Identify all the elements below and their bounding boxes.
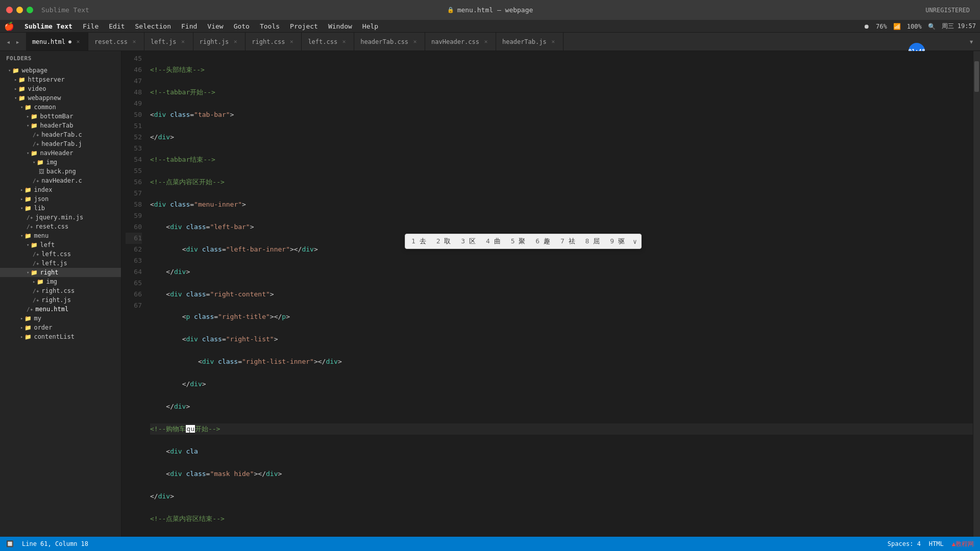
sidebar-item-headertab-js[interactable]: /✦ headerTab.j bbox=[0, 139, 121, 148]
line-col-indicator[interactable]: Line 61, Column 18 bbox=[22, 540, 88, 547]
nav-forward[interactable]: ▸ bbox=[13, 37, 21, 47]
menu-view[interactable]: View bbox=[203, 21, 227, 31]
sidebar-item-left-css[interactable]: /✦ left.css bbox=[0, 249, 121, 259]
tab-close-button[interactable]: ✕ bbox=[550, 38, 557, 45]
ime-candidate-4[interactable]: 4 曲 bbox=[484, 236, 503, 247]
sidebar-item-right[interactable]: ▾ 📁 right bbox=[0, 268, 121, 277]
tab-label: right.js bbox=[200, 38, 229, 45]
code-content[interactable]: <!--头部结束--> <!--tabbar开始--> <div class="… bbox=[146, 51, 973, 537]
tab-close-button[interactable]: ✕ bbox=[75, 38, 82, 45]
language-indicator[interactable]: HTML bbox=[929, 540, 944, 547]
ime-candidate-2[interactable]: 2 取 bbox=[434, 236, 453, 247]
menu-goto[interactable]: Goto bbox=[230, 21, 254, 31]
sidebar-item-menu-html[interactable]: /✦ menu.html bbox=[0, 305, 121, 314]
sidebar-item-right-img[interactable]: ▸ 📁 img bbox=[0, 277, 121, 286]
minimize-button[interactable] bbox=[16, 7, 23, 13]
spaces-indicator[interactable]: Spaces: 4 bbox=[888, 540, 921, 547]
ime-candidate-1[interactable]: 1 去 bbox=[409, 236, 428, 247]
tab-close-button[interactable]: ✕ bbox=[131, 38, 138, 45]
menu-help[interactable]: Help bbox=[358, 21, 382, 31]
menu-find[interactable]: Find bbox=[177, 21, 201, 31]
window-title: 🔒 menu.html — webpage bbox=[447, 6, 533, 14]
sidebar-item-right-css[interactable]: /✦ right.css bbox=[0, 286, 121, 295]
sidebar-item-video[interactable]: ▸ 📁 video bbox=[0, 84, 121, 93]
sidebar-item-my[interactable]: ▸ 📁 my bbox=[0, 314, 121, 323]
sidebar-item-reset-css[interactable]: /✦ reset.css bbox=[0, 222, 121, 231]
sidebar-item-right-js[interactable]: /✦ right.js bbox=[0, 295, 121, 305]
code-line-57: <div class="right-list"> bbox=[150, 334, 973, 345]
search-icon[interactable]: 🔍 bbox=[928, 23, 936, 30]
sidebar-item-json[interactable]: ▸ 📁 json bbox=[0, 194, 121, 204]
ime-candidate-5[interactable]: 5 聚 bbox=[509, 236, 528, 247]
record-icon: ⏺ bbox=[864, 23, 870, 30]
menu-window[interactable]: Window bbox=[324, 21, 356, 31]
editor-area[interactable]: 45 46 47 48 49 50 51 52 53 54 55 56 57 5… bbox=[121, 51, 980, 537]
sidebar-item-lib[interactable]: ▾ 📁 lib bbox=[0, 204, 121, 213]
sidebar-item-headertab[interactable]: ▾ 📁 headerTab bbox=[0, 121, 121, 130]
app-name-label: Sublime Text bbox=[41, 6, 89, 14]
tab-left-js[interactable]: left.js ✕ bbox=[144, 33, 193, 51]
ime-more-button[interactable]: ∨ bbox=[633, 238, 637, 245]
sidebar-item-webpage[interactable]: ▾ 📁 webpage bbox=[0, 66, 121, 75]
apple-icon[interactable]: 🍎 bbox=[4, 21, 14, 31]
tab-close-button[interactable]: ✕ bbox=[180, 38, 187, 45]
tab-header-tab-js[interactable]: headerTab.js ✕ bbox=[496, 33, 564, 51]
tab-reset-css[interactable]: reset.css ✕ bbox=[88, 33, 144, 51]
ime-candidate-3[interactable]: 3 区 bbox=[459, 236, 478, 247]
tab-close-button[interactable]: ✕ bbox=[411, 38, 419, 45]
sidebar-item-webappnew[interactable]: ▾ 📁 webappnew bbox=[0, 93, 121, 103]
tab-nav-header-css[interactable]: navHeader.css ✕ bbox=[425, 33, 496, 51]
sidebar-item-menu[interactable]: ▾ 📁 menu bbox=[0, 231, 121, 240]
tab-right-css[interactable]: right.css ✕ bbox=[246, 33, 302, 51]
menu-selection[interactable]: Selection bbox=[131, 21, 175, 31]
file-icon: /✦ bbox=[33, 178, 39, 184]
tab-label: left.css bbox=[308, 38, 337, 45]
tab-left-css[interactable]: left.css ✕ bbox=[302, 33, 354, 51]
ime-candidate-9[interactable]: 9 驱 bbox=[608, 236, 627, 247]
folder-icon: 📁 bbox=[24, 324, 32, 331]
ime-candidate-7[interactable]: 7 祛 bbox=[558, 236, 577, 247]
menu-file[interactable]: File bbox=[79, 21, 103, 31]
tab-close-button[interactable]: ✕ bbox=[232, 38, 239, 45]
sidebar-item-common[interactable]: ▾ 📁 common bbox=[0, 103, 121, 112]
sidebar-item-backpng[interactable]: 🖼 back.png bbox=[0, 167, 121, 176]
tabs-overflow-button[interactable]: ▾ bbox=[965, 37, 978, 46]
sidebar-item-bottombar[interactable]: ▸ 📁 bottomBar bbox=[0, 112, 121, 121]
folder-label: video bbox=[28, 85, 46, 92]
sidebar-item-httpserver[interactable]: ▸ 📁 httpserver bbox=[0, 75, 121, 84]
ime-popup[interactable]: 1 去 2 取 3 区 4 曲 5 聚 6 趣 7 祛 8 屈 9 驱 ∨ bbox=[405, 234, 642, 249]
sidebar-item-img-navheader[interactable]: ▾ 📁 img bbox=[0, 158, 121, 167]
tab-header-tab-css[interactable]: headerTab.css ✕ bbox=[354, 33, 425, 51]
sidebar-item-left[interactable]: ▾ 📁 left bbox=[0, 240, 121, 249]
menu-edit[interactable]: Edit bbox=[105, 21, 129, 31]
title-text: menu.html — webpage bbox=[457, 6, 533, 14]
sidebar-item-navheader[interactable]: ▾ 📁 navHeader bbox=[0, 148, 121, 158]
sidebar-item-order[interactable]: ▸ 📁 order bbox=[0, 323, 121, 332]
sidebar-item-left-js[interactable]: /✦ left.js bbox=[0, 259, 121, 268]
close-button[interactable] bbox=[6, 7, 13, 13]
folder-arrow-icon: ▸ bbox=[14, 77, 17, 82]
tab-close-button[interactable]: ✕ bbox=[482, 38, 489, 45]
ime-candidate-8[interactable]: 8 屈 bbox=[583, 236, 602, 247]
sidebar-item-index[interactable]: ▸ 📁 index bbox=[0, 185, 121, 194]
editor-scrollbar[interactable] bbox=[973, 51, 980, 537]
maximize-button[interactable] bbox=[27, 7, 33, 13]
tab-right-js[interactable]: right.js ✕ bbox=[193, 33, 246, 51]
ime-candidate-6[interactable]: 6 趣 bbox=[533, 236, 552, 247]
tab-close-button[interactable]: ✕ bbox=[340, 38, 348, 45]
sidebar-item-contentlist[interactable]: ▸ 📁 contentList bbox=[0, 332, 121, 341]
menu-sublime-text[interactable]: Sublime Text bbox=[20, 21, 77, 31]
scrollbar-thumb[interactable] bbox=[974, 61, 979, 92]
tab-menu-html[interactable]: menu.html ● ✕ bbox=[26, 33, 88, 51]
menu-tools[interactable]: Tools bbox=[256, 21, 284, 31]
sidebar-item-navheader-css[interactable]: /✦ navHeader.c bbox=[0, 176, 121, 185]
sidebar-item-jquery[interactable]: /✦ jquery.min.js bbox=[0, 213, 121, 222]
tab-close-button[interactable]: ✕ bbox=[288, 38, 295, 45]
nav-back[interactable]: ◂ bbox=[4, 37, 12, 47]
folder-icon: 📁 bbox=[18, 86, 26, 92]
menu-bar-right: ⏺ 76% 📶 100% 🔍 周三 19:57 bbox=[864, 22, 976, 31]
nav-arrows[interactable]: ◂ ▸ bbox=[2, 37, 24, 47]
traffic-lights[interactable] bbox=[6, 7, 33, 13]
menu-project[interactable]: Project bbox=[286, 21, 322, 31]
sidebar-item-headertab-css[interactable]: /✦ headerTab.c bbox=[0, 130, 121, 139]
